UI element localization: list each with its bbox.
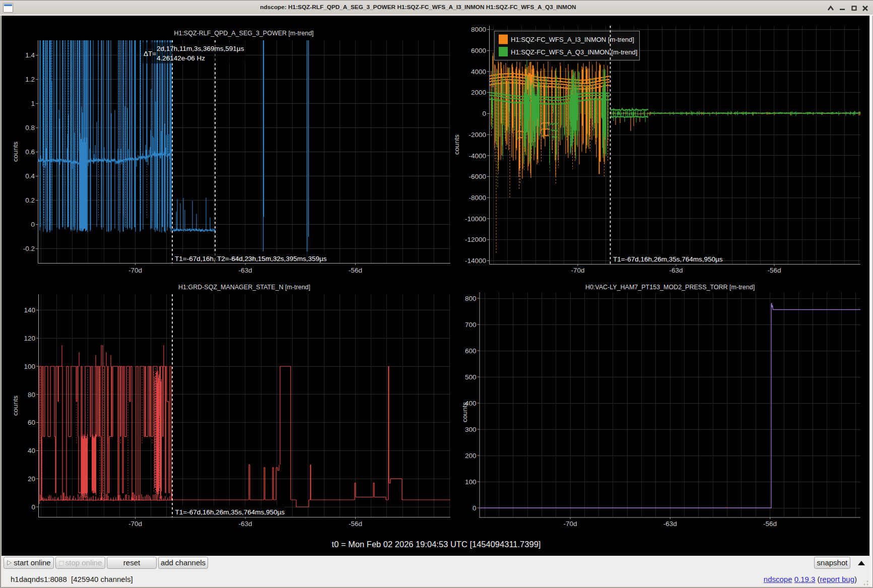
svg-text:2d,17h,11m,3s,369ms,591µs: 2d,17h,11m,3s,369ms,591µs [157, 45, 244, 52]
svg-text:0: 0 [31, 503, 35, 511]
svg-text:-14000: -14000 [465, 257, 486, 265]
svg-text:4000: 4000 [471, 68, 486, 76]
svg-text:8000: 8000 [471, 26, 486, 33]
svg-text:counts: counts [461, 402, 468, 422]
svg-text:600: 600 [465, 347, 477, 355]
svg-text:-6000: -6000 [468, 173, 486, 180]
svg-text:-8000: -8000 [468, 194, 486, 202]
svg-text:-63d: -63d [238, 520, 252, 528]
svg-text:120: 120 [24, 335, 35, 342]
svg-text:H1:GRD-SQZ_MANAGER_STATE_N [m-: H1:GRD-SQZ_MANAGER_STATE_N [m-trend] [178, 284, 310, 291]
svg-text:counts: counts [12, 396, 19, 416]
svg-text:200: 200 [465, 452, 477, 460]
svg-text:-70d: -70d [563, 520, 577, 528]
svg-text:4.26142e-06 Hz: 4.26142e-06 Hz [157, 54, 205, 62]
svg-text:140: 140 [24, 306, 35, 314]
svg-text:0.2: 0.2 [25, 197, 35, 204]
svg-text:-0.2: -0.2 [23, 245, 35, 252]
svg-text:-56d: -56d [349, 267, 362, 274]
svg-text:-63d: -63d [663, 520, 677, 528]
svg-text:1.2: 1.2 [25, 76, 35, 83]
svg-text:-10000: -10000 [465, 215, 486, 223]
svg-text:2000: 2000 [471, 89, 486, 96]
svg-text:-70d: -70d [128, 520, 142, 528]
svg-text:100: 100 [465, 478, 477, 486]
svg-text:40: 40 [28, 447, 35, 454]
svg-text:H0:VAC-LY_HAM7_PT153_MOD2_PRES: H0:VAC-LY_HAM7_PT153_MOD2_PRESS_TORR [m-… [585, 284, 755, 291]
svg-text:ΔT=: ΔT= [144, 50, 156, 57]
svg-text:100: 100 [24, 363, 35, 370]
svg-text:-56d: -56d [767, 267, 781, 274]
svg-text:-56d: -56d [349, 520, 362, 528]
svg-text:T1=-67d,16h,26m,35s,764ms,950µ: T1=-67d,16h,26m,35s,764ms,950µs [175, 508, 285, 516]
svg-text:0: 0 [482, 110, 486, 117]
svg-text:counts: counts [453, 135, 460, 155]
svg-text:-63d: -63d [238, 267, 252, 274]
svg-text:T2=-64d,23h,15m,32s,395ms,359µ: T2=-64d,23h,15m,32s,395ms,359µs [217, 255, 327, 263]
svg-text:H1:SQZ-FC_WFS_A_I3_INMON [m-tr: H1:SQZ-FC_WFS_A_I3_INMON [m-trend] [511, 36, 634, 43]
svg-text:80: 80 [28, 391, 35, 399]
svg-text:-63d: -63d [669, 267, 683, 274]
svg-text:0.4: 0.4 [25, 172, 35, 180]
svg-text:H1:SQZ-RLF_QPD_A_SEG_3_POWER [: H1:SQZ-RLF_QPD_A_SEG_3_POWER [m-trend] [174, 30, 313, 37]
svg-text:60: 60 [28, 419, 35, 426]
svg-text:-4000: -4000 [468, 152, 486, 160]
svg-text:-12000: -12000 [465, 236, 486, 243]
svg-text:-70d: -70d [128, 267, 142, 274]
svg-text:t0 = Mon Feb 02 2026 19:04:53: t0 = Mon Feb 02 2026 19:04:53 UTC [14540… [332, 540, 541, 549]
svg-text:counts: counts [12, 142, 19, 162]
svg-text:20: 20 [28, 475, 35, 483]
svg-text:0: 0 [473, 504, 477, 512]
svg-text:300: 300 [465, 426, 477, 433]
svg-text:0.6: 0.6 [25, 148, 35, 156]
svg-text:0: 0 [31, 221, 35, 228]
svg-text:T1=-67d,16h,26m,35s,764ms,950µ: T1=-67d,16h,26m,35s,764ms,950µs [613, 255, 723, 263]
svg-text:-56d: -56d [763, 520, 777, 528]
svg-text:800: 800 [465, 295, 477, 302]
svg-text:-70d: -70d [571, 267, 584, 274]
svg-text:700: 700 [465, 321, 477, 329]
svg-text:6000: 6000 [471, 47, 486, 54]
svg-text:0.8: 0.8 [25, 124, 35, 132]
svg-text:1: 1 [31, 100, 35, 107]
svg-text:H1:SQZ-FC_WFS_A_Q3_INMON [m-tr: H1:SQZ-FC_WFS_A_Q3_INMON [m-trend] [511, 48, 637, 56]
svg-text:1.4: 1.4 [25, 51, 35, 59]
svg-text:-2000: -2000 [468, 131, 486, 139]
svg-text:500: 500 [465, 373, 477, 381]
